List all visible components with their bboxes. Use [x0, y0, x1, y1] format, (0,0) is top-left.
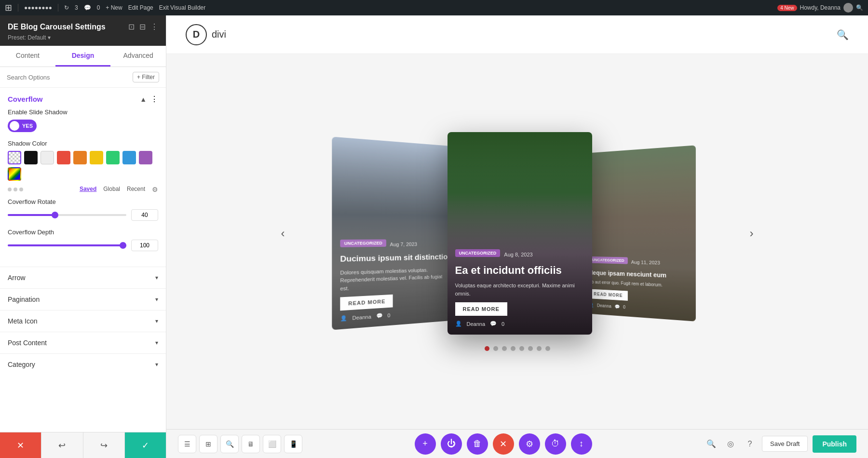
dot-4[interactable] — [511, 346, 515, 351]
dot-7[interactable] — [537, 346, 542, 351]
separator — [18, 4, 18, 12]
more-options-icon[interactable]: ⋮ — [150, 22, 158, 31]
swatch-custom[interactable] — [8, 167, 21, 181]
exit-builder-link[interactable]: Exit Visual Builder — [159, 4, 206, 11]
swatch-red[interactable] — [57, 151, 70, 164]
carousel-area: ‹ UNCATEGORIZED Aug 7, 2023 Ducimus ipsu… — [166, 54, 868, 429]
site-link[interactable]: ●●●●●●●● — [24, 4, 52, 11]
slide-center-author: Deanna — [467, 321, 486, 327]
publish-button[interactable]: Publish — [813, 435, 856, 453]
pagination-section-header[interactable]: Pagination ▾ — [0, 289, 166, 310]
category-section-header[interactable]: Category ▾ — [0, 354, 166, 375]
more-circle-button[interactable]: ↕ — [571, 433, 592, 455]
close-circle-button[interactable]: ✕ — [493, 433, 514, 455]
slide-left-comments: 0 — [387, 312, 390, 318]
carousel-wrapper: ‹ UNCATEGORIZED Aug 7, 2023 Ducimus ipsu… — [276, 132, 759, 335]
preset-selector[interactable]: Preset: Default ▾ — [8, 34, 158, 41]
rotate-thumb[interactable] — [52, 212, 58, 218]
swatch-orange[interactable] — [73, 151, 87, 164]
depth-thumb[interactable] — [120, 242, 126, 249]
search-icon-button[interactable]: 🔍 — [220, 435, 239, 453]
swatch-checker[interactable] — [8, 151, 21, 164]
shadow-toggle[interactable]: YES — [8, 120, 37, 132]
preset-label: Preset: Default — [8, 34, 46, 41]
carousel-next-button[interactable]: › — [745, 222, 759, 245]
help-icon[interactable]: ? — [743, 437, 757, 451]
swatch-yellow[interactable] — [90, 151, 103, 164]
power-button[interactable]: ⏻ — [441, 433, 462, 455]
swatch-white[interactable] — [41, 151, 54, 164]
dot-5[interactable] — [519, 346, 524, 351]
color-tab-recent[interactable]: Recent — [127, 186, 145, 193]
update-icon[interactable]: ↻ — [64, 4, 69, 11]
desktop-icon-button[interactable]: 🖥 — [242, 435, 260, 453]
slide-right-badge: UNCATEGORIZED — [589, 256, 627, 264]
avatar — [843, 3, 853, 13]
color-dot-1 — [8, 188, 12, 191]
depth-track[interactable] — [8, 244, 126, 246]
save-draft-button[interactable]: Save Draft — [762, 436, 808, 452]
swatch-green[interactable] — [106, 151, 120, 164]
zoom-icon[interactable]: 🔍 — [704, 437, 719, 451]
settings-button[interactable]: ⚙ — [519, 433, 540, 455]
depth-value[interactable]: 100 — [131, 240, 158, 251]
trash-button[interactable]: 🗑 — [467, 433, 488, 455]
meta-icon-title: Meta Icon — [8, 317, 37, 325]
mobile-icon-button[interactable]: 📱 — [284, 435, 302, 453]
tab-design[interactable]: Design — [55, 46, 111, 67]
coverflow-section-header[interactable]: Coverflow ▲ ⋮ — [0, 88, 166, 108]
sidebar-header-top: DE Blog Carousel Settings ⊡ ⊟ ⋮ — [8, 22, 158, 31]
history-button[interactable]: ⏱ — [545, 433, 566, 455]
header-search-icon[interactable]: 🔍 — [837, 29, 849, 40]
add-module-button[interactable]: + — [415, 433, 436, 455]
slide-left-comment-icon: 💬 — [376, 312, 382, 319]
tab-content[interactable]: Content — [0, 46, 55, 67]
sidebar-title: DE Blog Carousel Settings — [8, 23, 106, 31]
coverflow-section: Coverflow ▲ ⋮ Enable Slide Shadow YES — [0, 88, 166, 267]
main-layout: DE Blog Carousel Settings ⊡ ⊟ ⋮ Preset: … — [0, 15, 868, 458]
wordpress-icon[interactable]: ⊞ — [5, 2, 12, 13]
tab-advanced[interactable]: Advanced — [110, 46, 166, 67]
color-tab-global[interactable]: Global — [103, 186, 120, 193]
close-button[interactable]: ✕ — [0, 432, 41, 458]
post-content-section-header[interactable]: Post Content ▾ — [0, 332, 166, 353]
bottom-toolbar: ☰ ⊞ 🔍 🖥 ⬜ 📱 + ⏻ 🗑 ✕ ⚙ ⏱ ↕ 🔍 ◎ — [166, 429, 868, 458]
slide-center-read-more[interactable]: READ MORE — [455, 302, 507, 316]
redo-button[interactable]: ↪ — [83, 432, 125, 458]
coverflow-more-icon[interactable]: ⋮ — [150, 94, 158, 104]
confirm-button[interactable]: ✓ — [125, 432, 166, 458]
meta-icon-section-header[interactable]: Meta Icon ▾ — [0, 310, 166, 332]
divi-logo-text: divi — [212, 29, 226, 40]
chevron-up-icon: ▲ — [140, 95, 147, 103]
slide-right-read-more[interactable]: READ MORE — [589, 289, 628, 300]
menu-icon-button[interactable]: ☰ — [178, 435, 196, 453]
swatch-purple[interactable] — [139, 151, 152, 164]
slide-left-read-more[interactable]: READ MORE — [340, 295, 393, 311]
search-admin-icon[interactable]: 🔍 — [856, 4, 863, 11]
admin-bar: ⊞ ●●●●●●●● ↻ 3 💬 0 + New Edit Page Exit … — [0, 0, 868, 15]
swatch-black[interactable] — [24, 151, 38, 164]
search-input[interactable] — [7, 74, 133, 81]
carousel-prev-button[interactable]: ‹ — [276, 222, 290, 245]
columns-icon[interactable]: ⊟ — [139, 22, 146, 31]
rotate-value[interactable]: 40 — [131, 209, 158, 221]
grid-icon-button[interactable]: ⊞ — [199, 435, 217, 453]
edit-page-link[interactable]: Edit Page — [128, 4, 153, 11]
filter-button[interactable]: + Filter — [133, 72, 159, 82]
color-tab-saved[interactable]: Saved — [80, 186, 96, 193]
rotate-track[interactable] — [8, 214, 126, 216]
new-button[interactable]: + New — [106, 4, 122, 11]
undo-button[interactable]: ↩ — [41, 432, 83, 458]
dot-3[interactable] — [502, 346, 507, 351]
sidebar-footer: ✕ ↩ ↪ ✓ — [0, 432, 166, 458]
dot-8[interactable] — [545, 346, 550, 351]
swatch-blue[interactable] — [122, 151, 136, 164]
arrow-section-header[interactable]: Arrow ▾ — [0, 267, 166, 288]
tablet-icon-button[interactable]: ⬜ — [263, 435, 281, 453]
window-icon[interactable]: ⊡ — [128, 22, 135, 31]
dot-6[interactable] — [528, 346, 533, 351]
dot-2[interactable] — [493, 346, 498, 351]
color-settings-icon[interactable]: ⚙ — [152, 186, 158, 193]
dot-1[interactable] — [485, 346, 489, 351]
layout-icon[interactable]: ◎ — [723, 437, 738, 451]
